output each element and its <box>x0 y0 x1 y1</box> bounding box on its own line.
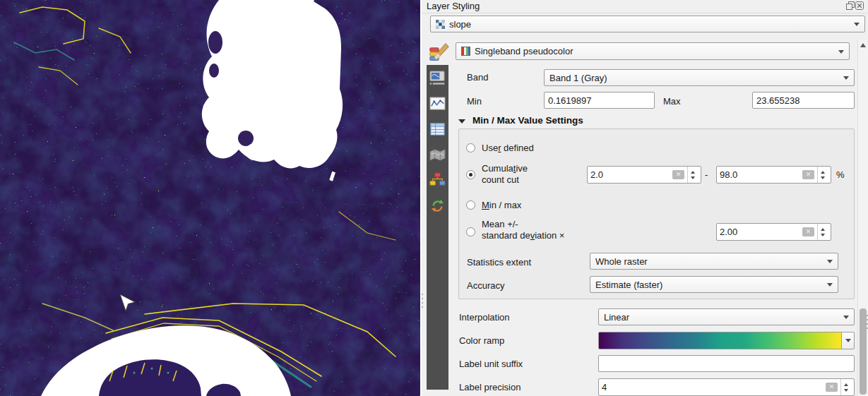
monitor-slider-icon <box>429 70 446 88</box>
tab-history[interactable] <box>429 196 447 215</box>
nodata-blob-top <box>202 0 343 181</box>
minmax-settings-header[interactable]: Min / Max Value Settings <box>472 115 583 126</box>
label-unit-suffix-input[interactable] <box>598 355 855 372</box>
min-max-label: Min / max <box>482 200 521 210</box>
cumulative-from-spinbox[interactable]: ✕ <box>587 166 701 184</box>
chevron-down-icon <box>827 283 833 289</box>
folded-map-icon <box>429 146 446 164</box>
render-type-value: Singleband pseudocolor <box>475 46 573 56</box>
spin-arrows[interactable] <box>687 167 698 183</box>
spin-down-icon <box>821 234 825 236</box>
interpolation-label: Interpolation <box>459 312 510 323</box>
band-selector[interactable]: Band 1 (Gray) <box>544 69 855 86</box>
chevron-down-icon <box>854 23 860 29</box>
range-separator: - <box>705 169 708 180</box>
chevron-down-icon <box>845 339 851 345</box>
spin-arrows[interactable] <box>817 167 828 183</box>
close-panel-button[interactable] <box>855 1 864 10</box>
color-ramp-preview[interactable] <box>598 332 842 349</box>
spin-up-icon <box>691 171 695 174</box>
undo-redo-arrows-icon <box>429 197 446 215</box>
panel-splitter-handle[interactable] <box>422 294 423 308</box>
min-label: Min <box>467 96 482 107</box>
statistics-extent-value: Whole raster <box>595 256 648 267</box>
cumulative-to-spinbox[interactable]: ✕ <box>716 166 831 184</box>
slope-raster-image <box>0 0 420 396</box>
pseudocolor-ramp-icon <box>461 47 470 56</box>
statistics-extent-selector[interactable]: Whole raster <box>590 253 838 270</box>
label-unit-suffix-label: Label unit suffix <box>459 359 523 369</box>
clear-value-icon[interactable]: ✕ <box>802 170 814 179</box>
spin-up-icon <box>821 171 825 174</box>
paintbrush-icon <box>429 42 450 63</box>
scrollbar-up-arrow-icon[interactable] <box>860 43 866 47</box>
label-precision-spinbox[interactable]: ✕ <box>598 378 855 396</box>
spin-down-icon <box>691 176 695 179</box>
layer-selector-value: slope <box>449 19 471 30</box>
max-label: Max <box>663 96 681 107</box>
radio-user-defined[interactable] <box>466 143 475 152</box>
qgis-window: Layer Styling slope <box>0 0 868 396</box>
collapse-arrow-icon[interactable] <box>458 119 465 127</box>
title-separator <box>422 13 868 13</box>
spin-down-icon <box>844 389 848 392</box>
radio-mean-std-dev[interactable] <box>466 227 475 236</box>
band-label: Band <box>467 72 488 83</box>
spin-arrows[interactable] <box>840 379 851 395</box>
restore-icon <box>846 1 855 10</box>
style-tab-bar <box>427 65 448 390</box>
scrollbar-thumb[interactable] <box>860 308 867 395</box>
radio-min-max[interactable] <box>466 200 475 210</box>
spin-arrows[interactable] <box>817 224 828 240</box>
tab-transparency[interactable] <box>429 69 447 88</box>
raster-layer-icon <box>436 20 445 29</box>
band-value: Band 1 (Gray) <box>549 73 607 83</box>
brush-hierarchy-icon <box>429 172 446 189</box>
color-ramp-label: Color ramp <box>459 335 504 346</box>
color-ramp-dropdown-button[interactable] <box>842 332 855 349</box>
tab-style-manager[interactable] <box>429 171 447 189</box>
label-precision-label: Label precision <box>459 382 521 392</box>
panel-title: Layer Styling <box>427 1 480 11</box>
panel-scrollbar[interactable] <box>857 40 868 396</box>
cumulative-count-cut-label: Cumulativecount cut <box>482 163 528 186</box>
accuracy-selector[interactable]: Estimate (faster) <box>590 276 838 293</box>
table-icon <box>429 121 446 138</box>
interpolation-value: Linear <box>604 312 629 323</box>
layer-styling-panel: Layer Styling slope <box>422 0 868 396</box>
chevron-down-icon <box>838 50 844 56</box>
clear-value-icon[interactable]: ✕ <box>672 170 684 179</box>
spin-up-icon <box>821 228 825 231</box>
interpolation-selector[interactable]: Linear <box>598 308 855 325</box>
std-dev-multiplier-spinbox[interactable]: ✕ <box>716 223 831 241</box>
user-defined-label: User defined <box>482 143 534 153</box>
render-type-selector[interactable]: Singleband pseudocolor <box>456 42 850 60</box>
tab-symbology[interactable] <box>427 40 451 65</box>
min-input[interactable] <box>544 92 655 109</box>
statistics-extent-label: Statistics extent <box>467 257 531 268</box>
minmax-settings-group <box>458 128 855 299</box>
accuracy-label: Accuracy <box>467 280 504 291</box>
clear-value-icon[interactable]: ✕ <box>826 383 838 392</box>
accuracy-value: Estimate (faster) <box>595 280 662 290</box>
radio-cumulative-count-cut[interactable] <box>466 170 475 179</box>
spin-down-icon <box>821 176 825 179</box>
tab-overviews[interactable] <box>429 145 447 164</box>
max-input[interactable] <box>752 92 855 109</box>
chevron-down-icon <box>843 316 849 322</box>
spin-up-icon <box>844 383 848 386</box>
tab-attribute-table[interactable] <box>429 120 447 138</box>
percent-label: % <box>836 169 845 180</box>
map-canvas[interactable] <box>0 0 420 396</box>
float-panel-button[interactable] <box>846 1 855 10</box>
tab-histogram[interactable] <box>429 95 447 113</box>
close-icon <box>855 1 864 10</box>
mean-std-dev-label: Mean +/-standard deviation × <box>482 219 564 241</box>
histogram-icon <box>429 95 446 113</box>
layer-selector[interactable]: slope <box>430 16 865 32</box>
clear-value-icon[interactable]: ✕ <box>802 227 814 236</box>
chevron-down-icon <box>843 76 849 83</box>
chevron-down-icon <box>827 260 833 266</box>
